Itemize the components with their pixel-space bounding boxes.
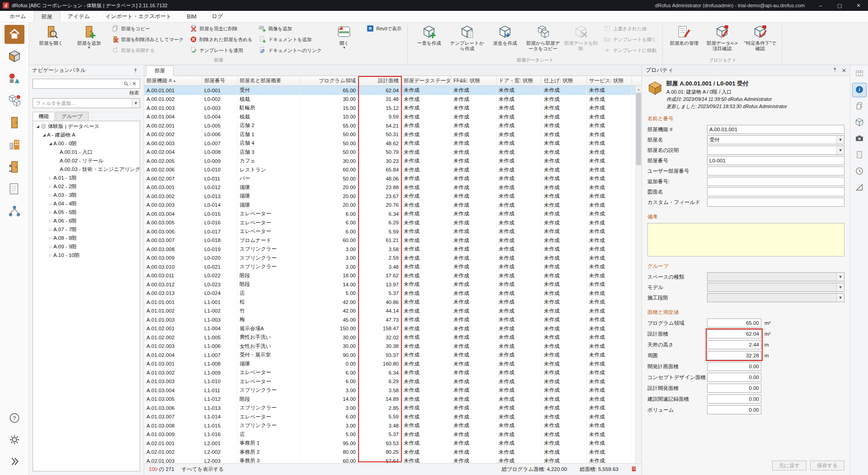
- apply-template-button[interactable]: テンプレートを適用: [187, 45, 255, 56]
- sidebar-help-button[interactable]: ?: [5, 409, 24, 428]
- filter-dropdown[interactable]: フィルタを追加... ▼: [33, 98, 140, 108]
- tree-expand-icon[interactable]: ◢: [35, 124, 41, 128]
- chevron-down-icon[interactable]: ▼: [836, 146, 844, 154]
- column-header[interactable]: ドア・窓: 状態: [496, 76, 542, 86]
- sidebar-settings-button[interactable]: [5, 431, 24, 450]
- room-number-input[interactable]: L0-001: [707, 156, 844, 165]
- tree-collapse-icon[interactable]: ▷: [47, 185, 53, 189]
- add-image-button[interactable]: 画像を追加: [256, 24, 324, 34]
- sidebar-items-button[interactable]: [5, 69, 24, 88]
- menu-tab[interactable]: BIM: [179, 11, 204, 22]
- table-row[interactable]: A.00.02.002L0-006店舗 150.0050.31未作成未作成未作成…: [144, 130, 635, 139]
- close-button[interactable]: ✕: [849, 0, 868, 11]
- sidebar-home-button[interactable]: [5, 25, 24, 44]
- sidebar-doors-button[interactable]: [5, 114, 24, 133]
- revit-button[interactable]: RRevitで表示: [364, 24, 404, 34]
- scrollbar-thumb[interactable]: [636, 93, 641, 165]
- table-row[interactable]: A.00.03.008L0-019スプリンクラー3.003.58未作成未作成未作…: [144, 245, 635, 254]
- search-input[interactable]: [35, 81, 122, 86]
- open-template-button[interactable]: テンプレートを開く: [601, 34, 659, 45]
- room-function-input[interactable]: A.00.01.001: [707, 125, 844, 134]
- tree-item[interactable]: ▷A.08 - 8階: [33, 234, 140, 242]
- close-panel-icon[interactable]: ✕: [842, 67, 846, 74]
- table-row[interactable]: A.01.01.001L1-001松42.0040.86未作成未作成未作成未作成…: [144, 298, 635, 307]
- table-row[interactable]: A.00.03.007L0-018プロムナード60.0061.21未作成未作成未…: [144, 236, 635, 245]
- save-button[interactable]: 保存する: [810, 461, 844, 470]
- tree-item[interactable]: A.00.01 - 入口: [33, 148, 140, 157]
- table-row[interactable]: A.02.01.003L2-003事務所 360.0057.64未作成未作成未作…: [144, 456, 635, 463]
- include-deleted-button[interactable]: 削除された部屋を含める: [187, 34, 255, 45]
- table-row[interactable]: A.01.03.005L1-012階段14.0014.89未作成未作成未作成未作…: [144, 395, 635, 404]
- goto-template-button[interactable]: テンプレートに移動: [601, 45, 659, 56]
- tree-expand-icon[interactable]: ◢: [41, 133, 47, 137]
- table-row[interactable]: A.00.03.013L0-024店5.005.37未作成未作成未作成未作成未作…: [144, 289, 635, 298]
- table-row[interactable]: A.01.03.006L1-013スプリンクラー3.002.85未作成未作成未作…: [144, 404, 635, 413]
- tree-item[interactable]: A.00.02 - リテール: [33, 157, 140, 165]
- search-link[interactable]: 検索: [33, 89, 140, 96]
- tree-item[interactable]: ◢A - 建築物 A: [33, 131, 140, 139]
- column-header[interactable]: プログラム領域: [301, 76, 359, 86]
- reopen-button[interactable]: 部屋を再開する: [109, 45, 186, 56]
- development-plan-area-input[interactable]: 0.00: [707, 362, 761, 371]
- sidebar-collapse-button[interactable]: [5, 452, 24, 471]
- www-button[interactable]: www開く▼: [325, 24, 363, 50]
- sidebar-documents-button[interactable]: [5, 180, 24, 199]
- cube-check-button[interactable]: 部屋データ<->項目確認: [703, 24, 741, 51]
- cube-copy-button[interactable]: 部屋から部屋データをコピー: [524, 24, 562, 51]
- column-header[interactable]: 設計面積: [359, 76, 401, 86]
- tree-expand-icon[interactable]: ◢: [47, 142, 53, 146]
- table-row[interactable]: A.00.01.002L0-002植栽30.0031.48未作成未作成未作成未作…: [144, 95, 635, 104]
- tree-collapse-icon[interactable]: ▷: [47, 219, 53, 223]
- cube-template-button[interactable]: テンプレートから作成: [448, 24, 486, 51]
- clear-search-icon[interactable]: ✕: [131, 81, 138, 87]
- panel-table-button[interactable]: [853, 67, 866, 81]
- table-row[interactable]: A.01.02.001L1-004展示会場A150.00158.47未作成未作成…: [144, 324, 635, 333]
- cube-add-button[interactable]: 一意を作成: [410, 24, 448, 51]
- table-row[interactable]: A.01.03.008L1-015スプリンクラー3.003.48未作成未作成未作…: [144, 421, 635, 430]
- table-row[interactable]: A.00.03.010L0-021スプリンクラー3.003.48未作成未作成未作…: [144, 262, 635, 271]
- table-row[interactable]: A.00.03.005L0-016エレベーター6.006.29未作成未作成未作成…: [144, 218, 635, 228]
- chevron-down-icon[interactable]: ▼: [836, 136, 844, 144]
- table-row[interactable]: A.00.02.006L0-010レストラン60.0065.84未作成未作成未作…: [144, 166, 635, 175]
- undo-button[interactable]: 元に戻す: [772, 461, 807, 470]
- column-header[interactable]: 仕上げ: 状態: [542, 76, 587, 86]
- table-row[interactable]: A.00.02.001L0-005店舗 255.0054.21未作成未作成未作成…: [144, 121, 635, 130]
- room-name-input[interactable]: 受付▼: [707, 135, 844, 144]
- table-row[interactable]: A.01.03.009L1-016店5.005.37未作成未作成未作成未作成未作…: [144, 430, 635, 439]
- column-header[interactable]: 部屋データステータス: [401, 76, 451, 86]
- column-header[interactable]: 部屋機能 #▲: [144, 76, 202, 86]
- cube-delete-button[interactable]: 部屋データを削除: [562, 24, 600, 51]
- panel-model-button[interactable]: [853, 116, 866, 129]
- menu-tab[interactable]: ログ: [204, 11, 231, 22]
- column-header[interactable]: 部屋名と部屋概要: [237, 76, 301, 86]
- table-row[interactable]: A.02.01.002L2-002事務所 280.0080.25未作成未作成未作…: [144, 448, 635, 457]
- table-row[interactable]: A.00.03.011L0-022階段18.0017.62未作成未作成未作成未作…: [144, 271, 635, 280]
- table-row[interactable]: A.00.03.012L0-023階段14.0013.97未作成未作成未作成未作…: [144, 280, 635, 289]
- chevron-down-icon[interactable]: ▼: [836, 273, 844, 281]
- perimeter-input[interactable]: 32.28: [707, 351, 761, 360]
- table-row[interactable]: A.02.01.001L2-001事務所 195.0093.53未作成未作成未作…: [144, 439, 635, 448]
- show-all-link[interactable]: すべてを表示する: [182, 466, 224, 473]
- link-document-button[interactable]: ドキュメントへのリンク: [256, 45, 324, 56]
- tab-rooms[interactable]: 部屋: [146, 66, 174, 76]
- table-row[interactable]: A.01.03.002L1-009エレベーター6.006.34未作成未作成未作成…: [144, 368, 635, 377]
- column-header[interactable]: 部屋番号: [202, 76, 237, 86]
- tree-collapse-icon[interactable]: ▷: [47, 228, 53, 232]
- tree-collapse-icon[interactable]: ▷: [47, 253, 53, 257]
- tree-item[interactable]: ◢A.00 - 0階: [33, 139, 140, 148]
- room-name-description-input[interactable]: ▼: [707, 146, 844, 155]
- table-row[interactable]: A.01.03.004L1-011スプリンクラー3.003.58未作成未作成未作…: [144, 386, 635, 395]
- search-icon[interactable]: [122, 81, 130, 86]
- tree-collapse-icon[interactable]: ▷: [47, 245, 53, 249]
- nav-tab[interactable]: グループ: [56, 112, 89, 121]
- program-area-input[interactable]: 65.00: [707, 318, 761, 328]
- chevron-down-icon[interactable]: ▼: [836, 283, 844, 291]
- tree-item[interactable]: ▷A.10 - 10階: [33, 251, 140, 260]
- tree-item[interactable]: ▷A.05 - 5階: [33, 208, 140, 217]
- room-open-button[interactable]: 部屋を開く: [32, 24, 70, 50]
- minimize-button[interactable]: –: [811, 0, 830, 11]
- tree-collapse-icon[interactable]: ▷: [47, 202, 53, 206]
- table-row[interactable]: A.00.02.005L0-009カフェ30.0030.23未作成未作成未作成未…: [144, 157, 635, 166]
- manage-names-button[interactable]: 部屋名の管理: [665, 24, 703, 51]
- table-row[interactable]: A.00.02.004L0-008店舗 350.0050.79未作成未作成未作成…: [144, 148, 635, 157]
